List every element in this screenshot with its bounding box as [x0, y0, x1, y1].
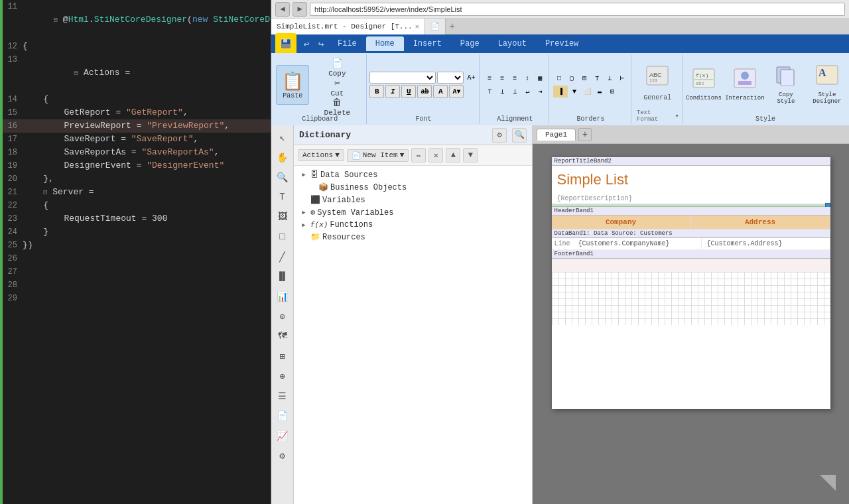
expand-business-objects[interactable] [307, 183, 316, 192]
style-designer-button[interactable]: A Style Designer [809, 65, 846, 105]
expand-functions[interactable]: ▶ [299, 220, 308, 229]
table-tool[interactable]: ⊞ [273, 347, 292, 365]
expand-data-sources[interactable]: ▶ [299, 170, 308, 180]
valign-bottom-button[interactable]: ⊥ [509, 86, 521, 97]
actions-button[interactable]: Actions ▼ [298, 149, 344, 161]
expand-system-variables[interactable]: ▶ [299, 208, 308, 218]
back-button[interactable]: ◀ [275, 2, 290, 17]
forward-button[interactable]: ▶ [293, 2, 307, 17]
text-tool[interactable]: T [273, 188, 292, 206]
expand-resources[interactable] [299, 233, 308, 242]
redo-button[interactable]: ↪ [314, 36, 328, 51]
dictionary-search-button[interactable]: 🔍 [512, 128, 527, 143]
valign-mid-button[interactable]: ⊥ [496, 86, 508, 97]
tree-resources[interactable]: 📁 Resources [294, 231, 532, 243]
copy-style-button[interactable]: Copy Style [767, 65, 805, 105]
interaction-button[interactable]: Interaction [726, 65, 763, 105]
ribbon-tab-insert[interactable]: Insert [404, 36, 451, 51]
indent-button[interactable]: ⇥ [534, 86, 546, 97]
fill-color-button[interactable]: ▐ [553, 86, 568, 97]
text-direction-button[interactable]: ↕ [521, 72, 533, 84]
new-item-button[interactable]: 📄 New Item ▼ [347, 149, 409, 162]
report-empty-area[interactable] [552, 272, 830, 325]
shape-tool[interactable]: □ [273, 227, 292, 246]
dict-up-button[interactable]: ▲ [446, 148, 460, 162]
dict-delete-button[interactable]: ✕ [428, 148, 443, 162]
cut-button[interactable]: ✂ Cut [310, 76, 363, 94]
zoom-tool[interactable]: 🔍 [273, 168, 292, 186]
ribbon-tab-file[interactable]: File [328, 36, 366, 51]
border-top-button[interactable]: ⊤ [591, 72, 603, 84]
border-expand-button[interactable]: ⊞ [606, 86, 618, 97]
line-tool[interactable]: ╱ [273, 247, 292, 266]
ribbon-tab-page[interactable]: Page [451, 36, 489, 51]
border-inner-button[interactable]: ⊞ [578, 72, 590, 84]
collapse-icon[interactable]: ⊟ [54, 14, 62, 22]
tree-variables[interactable]: ⬛ Variables [294, 194, 532, 206]
barcode-tool[interactable]: ▐▌ [273, 267, 292, 286]
border-style-button[interactable]: ▬ [594, 86, 606, 97]
font-size-up-button[interactable]: A+ [465, 72, 477, 84]
word-wrap-button[interactable]: ↵ [521, 86, 533, 97]
collapse-icon-actions[interactable]: ⊟ [74, 67, 82, 75]
address-bar[interactable] [310, 3, 845, 16]
designer-tab-active[interactable]: SimpleList.mrt - Designer [T... ✕ [271, 19, 425, 34]
highlight-color-button[interactable]: A▼ [449, 85, 464, 98]
tab-add-button[interactable]: + [446, 20, 459, 33]
border-outer-button[interactable]: ▢ [566, 72, 578, 84]
ribbon-tab-home[interactable]: Home [366, 36, 404, 51]
sparkline-tool[interactable]: 📈 [273, 426, 292, 445]
copy-button[interactable]: 📄 Copy [310, 56, 363, 74]
tree-system-variables[interactable]: ▶ ⚙ System Variables [294, 206, 532, 219]
font-family-select[interactable] [369, 72, 436, 84]
subreport-tool[interactable]: 📄 [273, 407, 292, 425]
italic-button[interactable]: I [385, 85, 400, 98]
text-format-expand[interactable]: Text Format ▼ [637, 109, 679, 123]
font-size-select[interactable] [437, 72, 464, 84]
expand-variables[interactable] [299, 196, 308, 205]
conditions-button[interactable]: f(x) abc Conditions [685, 65, 722, 105]
underline-button[interactable]: U [401, 85, 416, 98]
save-button[interactable] [275, 33, 296, 54]
border-left-button[interactable]: ⊢ [616, 72, 628, 84]
align-center-button[interactable]: ≡ [496, 72, 508, 84]
dict-down-button[interactable]: ▼ [463, 148, 478, 162]
font-color-button[interactable]: A [433, 85, 448, 98]
ribbon-tab-preview[interactable]: Preview [536, 36, 588, 51]
cross-tool[interactable]: ⊕ [273, 367, 292, 385]
tree-data-sources[interactable]: ▶ 🗄 Data Sources [294, 168, 532, 181]
more-align-button[interactable]: ▦ [534, 72, 546, 84]
tab-close-icon[interactable]: ✕ [415, 23, 419, 31]
map-tool[interactable]: 🗺 [273, 327, 292, 346]
bold-button[interactable]: B [369, 85, 384, 98]
collapse-icon-server[interactable]: ⊟ [43, 186, 51, 194]
tree-functions[interactable]: ▶ f(x) Functions [294, 219, 532, 231]
undo-button[interactable]: ↩ [299, 36, 314, 51]
dict-edit-button[interactable]: ✏ [411, 148, 426, 162]
page-tab-1[interactable]: Page1 [537, 129, 576, 141]
gauge-tool[interactable]: ⊙ [273, 307, 292, 326]
delete-button[interactable]: 🗑 Delete [310, 95, 363, 114]
list-tool[interactable]: ☰ [273, 387, 292, 405]
border-color-button[interactable]: ⬜ [581, 86, 593, 97]
copy-style-icon [774, 64, 798, 90]
page-add-button[interactable]: + [578, 128, 592, 141]
tree-business-objects[interactable]: 📦 Business Objects [294, 181, 532, 194]
align-left-button[interactable]: ≡ [484, 72, 495, 84]
ribbon-tab-layout[interactable]: Layout [489, 36, 536, 51]
chart-tool[interactable]: 📊 [273, 287, 292, 306]
settings-tool[interactable]: ⚙ [273, 446, 292, 465]
border-all-button[interactable]: □ [553, 72, 565, 84]
report-canvas[interactable]: ReportTitleBand2 Simple List {ReportDesc… [533, 144, 849, 504]
border-bottom-button[interactable]: ⊥ [604, 72, 616, 84]
strikethrough-button[interactable]: ab [417, 85, 432, 98]
pointer-tool[interactable]: ↖ [273, 128, 292, 147]
valign-top-button[interactable]: ⊤ [484, 86, 495, 97]
image-tool[interactable]: 🖼 [273, 208, 292, 226]
hand-tool[interactable]: ✋ [273, 148, 292, 166]
dictionary-settings-button[interactable]: ⚙ [492, 128, 507, 143]
fill-dropdown-button[interactable]: ▼ [568, 86, 580, 97]
paste-button[interactable]: 📋 Paste [276, 65, 309, 105]
designer-tab-2[interactable]: 📄 [425, 19, 446, 34]
align-right-button[interactable]: ≡ [509, 72, 521, 84]
